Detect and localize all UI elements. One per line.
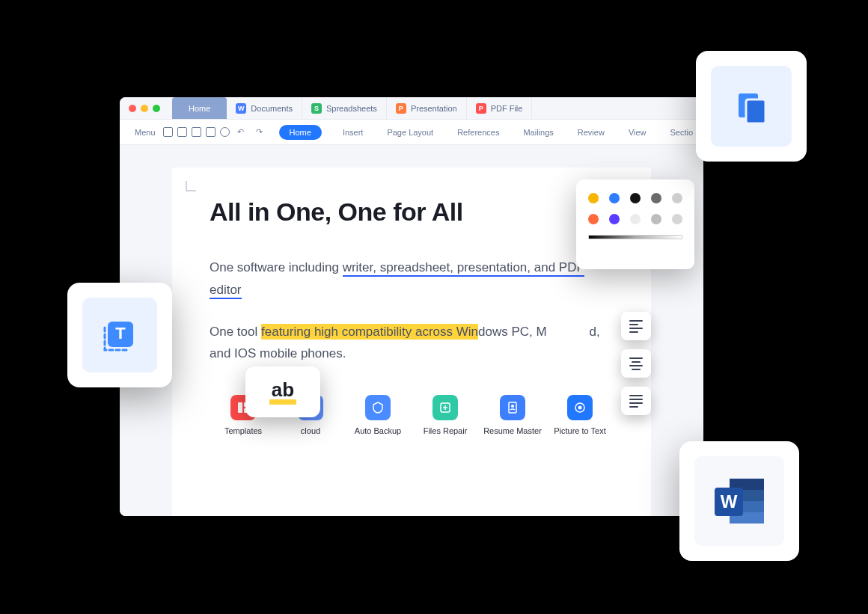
ab-text: ab xyxy=(269,380,296,405)
ribbon-home[interactable]: Home xyxy=(279,125,322,140)
tab-label: Documents xyxy=(251,104,293,113)
svg-point-8 xyxy=(578,406,582,410)
feature-auto-backup[interactable]: Auto Backup xyxy=(344,395,412,435)
redo-icon[interactable]: ↷ xyxy=(251,127,267,137)
color-swatch[interactable] xyxy=(672,193,682,203)
feature-files-repair[interactable]: Files Repair xyxy=(412,395,479,435)
color-swatch[interactable] xyxy=(651,214,661,224)
search-icon[interactable] xyxy=(220,127,230,137)
align-button-stack xyxy=(621,312,651,415)
menu-label[interactable]: Menu xyxy=(130,128,160,137)
feature-picture-to-text[interactable]: Picture to Text xyxy=(546,395,614,435)
tab-label: Presentation xyxy=(411,104,457,113)
svg-rect-0 xyxy=(238,402,242,413)
tab-presentation[interactable]: P Presentation xyxy=(387,97,467,119)
window-controls xyxy=(120,105,169,112)
presentation-icon: P xyxy=(396,103,406,114)
duplicate-card xyxy=(696,51,807,162)
highlighted-text: featuring high compatibility across Win xyxy=(261,324,478,340)
tab-spreadsheets[interactable]: S Spreadsheets xyxy=(302,97,387,119)
svg-rect-12 xyxy=(746,99,765,123)
color-swatch[interactable] xyxy=(630,214,641,224)
ribbon-insert[interactable]: Insert xyxy=(338,128,368,137)
svg-text:W: W xyxy=(721,491,738,512)
feature-label: Auto Backup xyxy=(355,426,401,435)
color-swatch[interactable] xyxy=(609,193,620,203)
color-swatch[interactable] xyxy=(609,214,620,224)
color-row-1 xyxy=(588,193,682,203)
tab-pdf[interactable]: P PDF File xyxy=(467,97,533,119)
writer-icon: W xyxy=(236,103,246,114)
color-picker-panel xyxy=(576,179,694,269)
toolbar: Menu ↶ ↷ Home Insert Page Layout Referen… xyxy=(120,120,703,145)
tab-label: Spreadsheets xyxy=(326,104,377,113)
align-left-button[interactable] xyxy=(621,312,651,340)
feature-label: Picture to Text xyxy=(554,426,606,435)
text-tool-card: T xyxy=(67,283,172,387)
highlight-badge: ab xyxy=(245,366,320,417)
tab-home[interactable]: Home xyxy=(172,97,227,119)
pdf-icon: P xyxy=(476,103,486,114)
auto-backup-icon xyxy=(365,395,391,420)
feature-resume-master[interactable]: Resume Master xyxy=(479,395,546,435)
feature-label: Templates xyxy=(224,426,262,435)
document-title: All in One, One for All xyxy=(210,197,614,227)
ribbon-view[interactable]: View xyxy=(624,128,651,137)
color-swatch[interactable] xyxy=(672,214,682,224)
color-swatch[interactable] xyxy=(588,193,599,203)
feature-label: Resume Master xyxy=(483,426,542,435)
svg-point-6 xyxy=(511,405,514,408)
feature-label: cloud xyxy=(301,426,320,435)
resume-master-icon xyxy=(500,395,525,420)
word-icon: W xyxy=(710,474,768,528)
files-repair-icon xyxy=(433,395,458,420)
color-swatch[interactable] xyxy=(588,214,599,224)
duplicate-icon xyxy=(730,85,773,128)
minimize-window-icon[interactable] xyxy=(141,105,148,112)
ribbon-section[interactable]: Sectio xyxy=(666,128,698,137)
paragraph-1: One software including writer, spreadshe… xyxy=(210,257,614,301)
text-tool-icon: T xyxy=(97,313,142,357)
page-corner-icon xyxy=(186,181,196,191)
color-swatch[interactable] xyxy=(630,193,641,203)
ribbon-mailings[interactable]: Mailings xyxy=(519,128,557,137)
quick-icons xyxy=(163,127,230,137)
spreadsheet-icon: S xyxy=(311,103,322,114)
align-justify-button[interactable] xyxy=(621,387,651,415)
app-window: Home W Documents S Spreadsheets P Presen… xyxy=(120,97,703,516)
print-icon[interactable] xyxy=(192,127,201,137)
word-file-card: W xyxy=(679,441,799,561)
color-swatch[interactable] xyxy=(651,193,661,203)
close-window-icon[interactable] xyxy=(129,105,136,112)
save-icon[interactable] xyxy=(177,127,187,137)
tab-documents[interactable]: W Documents xyxy=(227,97,302,119)
ribbon-page-layout[interactable]: Page Layout xyxy=(382,128,438,137)
picture-to-text-icon xyxy=(567,395,593,420)
ribbon-review[interactable]: Review xyxy=(573,128,609,137)
undo-icon[interactable]: ↶ xyxy=(233,127,248,137)
feature-label: Files Repair xyxy=(424,426,468,435)
gradient-slider[interactable] xyxy=(588,235,682,239)
align-center-button[interactable] xyxy=(621,349,651,378)
tab-label: PDF File xyxy=(491,104,523,113)
paragraph-2: One tool featuring high compatibility ac… xyxy=(210,321,614,366)
maximize-window-icon[interactable] xyxy=(153,105,160,112)
open-icon[interactable] xyxy=(163,127,173,137)
svg-text:T: T xyxy=(115,324,126,343)
tab-label: Home xyxy=(189,104,210,113)
ribbon-references[interactable]: References xyxy=(453,128,504,137)
tab-bar: Home W Documents S Spreadsheets P Presen… xyxy=(120,97,703,120)
preview-icon[interactable] xyxy=(206,127,216,137)
color-row-2 xyxy=(588,214,682,224)
